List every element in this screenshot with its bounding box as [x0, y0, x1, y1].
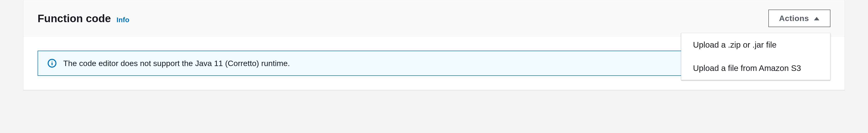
info-icon [48, 59, 57, 68]
caret-up-icon [814, 15, 820, 22]
actions-dropdown: Upload a .zip or .jar file Upload a file… [681, 33, 831, 80]
info-banner-text: The code editor does not support the Jav… [63, 59, 290, 68]
svg-point-2 [52, 61, 52, 62]
info-link[interactable]: Info [117, 16, 129, 24]
actions-button-label: Actions [779, 14, 809, 23]
actions-button[interactable]: Actions [768, 9, 831, 27]
dropdown-item-upload-zip[interactable]: Upload a .zip or .jar file [681, 33, 830, 57]
dropdown-item-upload-s3[interactable]: Upload a file from Amazon S3 [681, 57, 830, 80]
function-code-panel: Function code Info Actions The code edit… [23, 0, 845, 90]
panel-header: Function code Info Actions [24, 0, 844, 37]
panel-title: Function code [37, 12, 111, 25]
panel-header-left: Function code Info [37, 12, 129, 25]
